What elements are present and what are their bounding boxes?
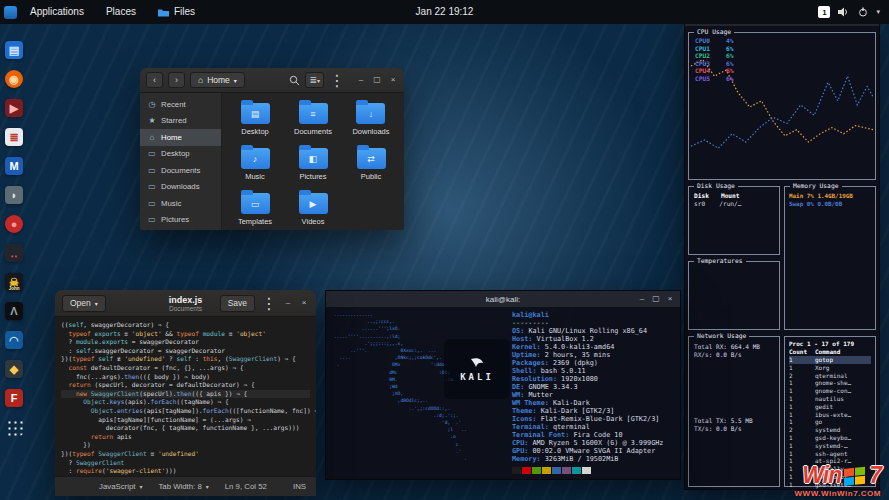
save-button[interactable]: Save	[220, 295, 255, 312]
folder-templates[interactable]: ▭ Templates	[238, 190, 272, 230]
palette-swatch	[582, 467, 591, 474]
john-the-ripper-icon[interactable]: ☠ John	[5, 273, 23, 291]
app-grid-icon[interactable]	[5, 418, 23, 436]
process-row[interactable]: 1 gsd-keybo…	[789, 434, 871, 442]
process-row[interactable]: 1 ssh-agent	[789, 450, 871, 458]
folder-icon: ▶	[299, 193, 328, 214]
close-button[interactable]: ×	[299, 298, 309, 308]
close-button[interactable]: ×	[388, 75, 398, 85]
neofetch-line: OS: Kali GNU/Linux Rolling x86_64	[512, 327, 663, 335]
sidebar-item-starred[interactable]: ★ Starred	[140, 113, 221, 130]
gimp-icon[interactable]: ◗	[5, 186, 23, 204]
firefox-icon[interactable]: ◉	[5, 70, 23, 88]
close-button[interactable]: ×	[665, 294, 675, 304]
process-row[interactable]: 1 gedit	[789, 403, 871, 411]
minimize-button[interactable]: –	[283, 298, 293, 308]
place-icon: ◷	[148, 100, 156, 109]
folder-music[interactable]: ♪ Music	[241, 145, 270, 190]
neofetch-line: CPU: AMD Ryzen 5 1600X (6) @ 3.999GHz	[512, 439, 663, 447]
code-editor-area[interactable]: ((self, swaggerDecorator) ⇒ { typeof exp…	[55, 317, 316, 476]
place-icon: ▭	[148, 215, 156, 224]
terminal-output[interactable]: .............. ..,;:ccc,. ......''';lxO.…	[326, 307, 680, 479]
volume-icon[interactable]	[838, 7, 850, 17]
sidebar-item-downloads[interactable]: ▭ Downloads	[140, 179, 221, 196]
maximize-button[interactable]: ▢	[372, 75, 382, 85]
view-toggle-button[interactable]: ≣ ▾	[305, 72, 324, 88]
cherrytree-icon[interactable]: ‥	[5, 244, 23, 262]
forward-button[interactable]: ›	[168, 72, 185, 88]
open-button[interactable]: Open ▾	[62, 295, 106, 312]
window-menu-icon[interactable]: ⋮	[329, 71, 345, 90]
neofetch-line: Theme: Kali-Dark [GTK2/3]	[512, 407, 663, 415]
cpu-core-row: CPU2 6%	[695, 52, 733, 60]
terminal-titlebar[interactable]: kali@kali: – ▢ ×	[326, 291, 680, 307]
power-icon[interactable]	[858, 7, 868, 17]
list-view-icon: ≣	[309, 75, 317, 85]
view-caret-icon: ▾	[317, 77, 320, 84]
sidebar-item-desktop[interactable]: ▭ Desktop	[140, 146, 221, 163]
computer-icon[interactable]: ▤	[5, 41, 23, 59]
folder-pictures[interactable]: ◧ Pictures	[299, 145, 328, 190]
folder-icon: ≡	[299, 103, 328, 124]
pomodoro-icon[interactable]: ●	[5, 215, 23, 233]
process-row[interactable]: 1 systemd-…	[789, 442, 871, 450]
winwin7-watermark: Win 7 WWW.WinWin7.COM	[795, 462, 881, 498]
sidebar-item-music[interactable]: ▭ Music	[140, 195, 221, 212]
neofetch-line: Resolution: 1920x1080	[512, 375, 663, 383]
search-icon[interactable]	[289, 75, 300, 86]
memory-usage-box: Memory Usage Main 7% 1.4GB/19GB Swap 0%	[784, 186, 876, 330]
text-document-icon[interactable]: ≣	[5, 128, 23, 146]
process-row[interactable]: 1 gnome-she…	[789, 379, 871, 387]
disk-row: sr0 /run/…	[694, 200, 774, 208]
color-app-icon[interactable]: ◆	[5, 360, 23, 378]
back-button[interactable]: ‹	[146, 72, 163, 88]
folder-documents[interactable]: ≡ Documents	[294, 100, 332, 145]
editor-menu-icon[interactable]: ⋮	[261, 294, 277, 313]
language-selector[interactable]: JavaScript ▾	[99, 482, 142, 491]
place-icon: ★	[148, 116, 156, 125]
place-icon: ▭	[148, 149, 156, 158]
tab-width-selector[interactable]: Tab Width: 8 ▾	[158, 482, 208, 491]
wireshark-icon[interactable]: ◠	[5, 331, 23, 349]
kali-logo-icon[interactable]	[4, 6, 17, 19]
minimize-button[interactable]: –	[356, 75, 366, 85]
folder-videos[interactable]: ▶ Videos	[299, 190, 328, 230]
media-player-icon[interactable]: ▶	[5, 99, 23, 117]
neofetch-line: WM Theme: Kali-Dark	[512, 399, 663, 407]
cursor-position[interactable]: Ln 9, Col 52	[225, 482, 267, 491]
files-app-menu[interactable]: Files	[149, 0, 204, 24]
process-row[interactable]: 1 nautilus	[789, 395, 871, 403]
neofetch-line: GPU: 00:02.0 VMware SVGA II Adapter	[512, 447, 663, 455]
process-row[interactable]: 1 go	[789, 418, 871, 426]
minimize-button[interactable]: –	[637, 294, 647, 304]
process-row[interactable]: 2 systemd	[789, 426, 871, 434]
path-button[interactable]: ⌂ Home ▾	[190, 72, 245, 88]
notification-badge[interactable]: 1	[818, 6, 830, 18]
process-row[interactable]: 1 gnome-con…	[789, 387, 871, 395]
folder-public[interactable]: ⇄ Public	[357, 145, 386, 190]
memory-row: Main 7% 1.4GB/19GB	[789, 192, 871, 200]
faraday-icon[interactable]: F	[5, 389, 23, 407]
process-columns: Count Command	[789, 348, 871, 356]
places-menu[interactable]: Places	[97, 0, 145, 24]
process-row[interactable]: 1 ibus-exte…	[789, 411, 871, 419]
file-manager-headerbar[interactable]: ‹ › ⌂ Home ▾ ≣ ▾ ⋮ – ▢ ×	[140, 68, 404, 93]
insert-mode: INS	[293, 482, 306, 491]
process-row[interactable]: 1 Xorg	[789, 364, 871, 372]
folder-downloads[interactable]: ↓ Downloads	[352, 100, 389, 145]
cat-app-icon[interactable]: Λ	[5, 302, 23, 320]
applications-menu[interactable]: Applications	[21, 0, 93, 24]
maximize-button[interactable]: ▢	[651, 294, 661, 304]
metasploit-icon[interactable]: M	[5, 157, 23, 175]
sidebar-item-pictures[interactable]: ▭ Pictures	[140, 212, 221, 229]
disk-usage-box: Disk Usage Disk Mount sr0 /run/…	[688, 186, 780, 255]
system-menu-caret-icon[interactable]: ▾	[876, 8, 880, 16]
process-row[interactable]: 2 qterminal	[789, 372, 871, 380]
neofetch-line: Packages: 2369 (dpkg)	[512, 359, 663, 367]
sidebar-item-recent[interactable]: ◷ Recent	[140, 96, 221, 113]
sidebar-item-documents[interactable]: ▭ Documents	[140, 162, 221, 179]
process-row[interactable]: 1 gotop	[789, 356, 871, 364]
folder-desktop[interactable]: ▤ Desktop	[241, 100, 270, 145]
editor-headerbar[interactable]: Open ▾ index.js Documents Save ⋮ – ×	[55, 290, 316, 317]
sidebar-item-home[interactable]: ⌂ Home	[140, 129, 221, 146]
